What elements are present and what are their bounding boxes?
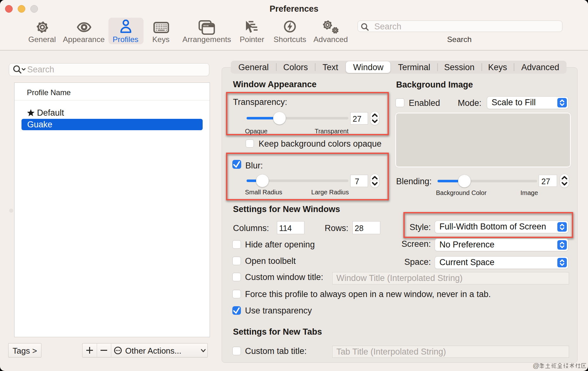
svg-text:@: @ <box>533 362 539 369</box>
